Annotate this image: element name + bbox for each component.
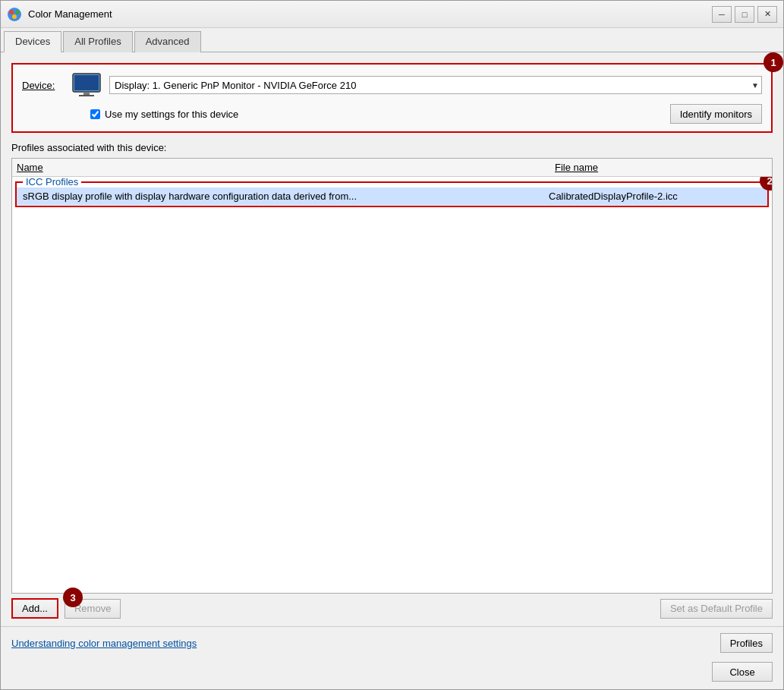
column-header-file: File name xyxy=(555,162,767,173)
footer: Understanding color management settings … xyxy=(1,626,783,659)
svg-point-3 xyxy=(12,14,17,19)
title-bar-icon xyxy=(7,7,22,22)
tab-all-profiles[interactable]: All Profiles xyxy=(63,31,132,52)
device-dropdown-wrapper: Display: 1. Generic PnP Monitor - NVIDIA… xyxy=(109,76,762,94)
monitor-icon xyxy=(71,72,102,98)
title-bar: Color Management ─ □ ✕ xyxy=(1,1,783,28)
badge-3: 3 xyxy=(63,588,83,607)
svg-point-1 xyxy=(9,10,14,14)
table-body: ICC Profiles sRGB display profile with d… xyxy=(12,177,772,593)
use-settings-checkbox[interactable] xyxy=(90,109,100,119)
checkbox-row: Use my settings for this device Identify… xyxy=(22,104,762,124)
badge-1: 1 xyxy=(764,52,783,72)
column-header-name: Name xyxy=(17,162,555,173)
bottom-buttons: 3 Add... Remove Set as Default Profile xyxy=(11,598,773,619)
device-label: Device: xyxy=(22,80,64,91)
title-bar-left: Color Management xyxy=(7,7,112,22)
device-section-container: Device: Display: 1. Generic PnP Monitor … xyxy=(11,63,773,133)
tab-advanced[interactable]: Advanced xyxy=(134,31,201,52)
help-link[interactable]: Understanding color management settings xyxy=(11,638,197,649)
set-default-wrapper: Set as Default Profile xyxy=(660,599,773,619)
icc-group-border: ICC Profiles sRGB display profile with d… xyxy=(15,181,769,207)
svg-rect-7 xyxy=(79,95,94,96)
maximize-button[interactable]: □ xyxy=(735,6,754,23)
minimize-button[interactable]: ─ xyxy=(712,6,732,23)
table-header: Name File name xyxy=(12,159,772,177)
device-dropdown[interactable]: Display: 1. Generic PnP Monitor - NVIDIA… xyxy=(109,76,762,94)
close-button[interactable]: Close xyxy=(712,662,773,682)
close-window-button[interactable]: ✕ xyxy=(757,6,777,23)
checkbox-left: Use my settings for this device xyxy=(90,109,238,120)
tab-bar: Devices All Profiles Advanced xyxy=(1,28,783,52)
profile-file: CalibratedDisplayProfile-2.icc xyxy=(549,191,761,202)
color-management-window: Color Management ─ □ ✕ Devices All Profi… xyxy=(0,0,784,690)
svg-rect-6 xyxy=(83,92,90,95)
profile-name: sRGB display profile with display hardwa… xyxy=(23,191,549,202)
svg-rect-5 xyxy=(74,75,99,90)
identify-monitors-button[interactable]: Identify monitors xyxy=(670,104,762,124)
title-bar-controls: ─ □ ✕ xyxy=(712,6,777,23)
profiles-button[interactable]: Profiles xyxy=(720,633,773,653)
profiles-section-label: Profiles associated with this device: xyxy=(11,142,773,153)
table-row[interactable]: sRGB display profile with display hardwa… xyxy=(17,187,767,206)
icc-group-label: ICC Profiles xyxy=(23,177,81,187)
main-content: Device: Display: 1. Generic PnP Monitor … xyxy=(1,52,783,626)
checkbox-label: Use my settings for this device xyxy=(105,109,238,120)
set-default-button[interactable]: Set as Default Profile xyxy=(660,599,773,619)
add-button[interactable]: Add... xyxy=(11,598,58,619)
svg-point-2 xyxy=(15,10,20,14)
window-title: Color Management xyxy=(28,8,112,20)
icc-group-wrapper: ICC Profiles sRGB display profile with d… xyxy=(15,181,769,207)
profiles-section: Profiles associated with this device: Na… xyxy=(11,142,773,619)
close-row: Close xyxy=(1,659,783,689)
tab-devices[interactable]: Devices xyxy=(4,31,61,52)
profiles-table: Name File name ICC Profiles sRGB display… xyxy=(11,158,773,594)
device-section: Device: Display: 1. Generic PnP Monitor … xyxy=(11,63,773,133)
device-row: Device: Display: 1. Generic PnP Monitor … xyxy=(22,72,762,98)
